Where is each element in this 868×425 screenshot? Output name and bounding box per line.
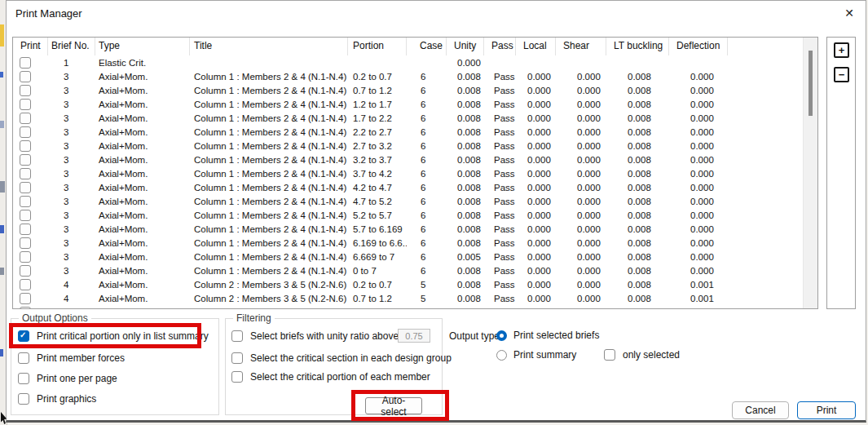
checkbox-print-critical-portion[interactable]: Print critical portion only in list summ… (18, 330, 209, 343)
cell-local: 0.000 (516, 280, 556, 290)
cell-portion: 1.2 to 1.7 (348, 100, 407, 109)
cell-pass: Pass (484, 113, 516, 123)
cell-portion: 0.7 to 1.2 (348, 294, 407, 303)
cell-deflection: 0.001 (669, 280, 728, 290)
checkbox-box[interactable] (231, 330, 243, 342)
cell-unity: 0.008 (447, 197, 484, 206)
radio-button[interactable] (496, 350, 507, 361)
row-print-checkbox[interactable] (20, 279, 31, 290)
cell-title: Column 1 : Members 2 & 4 (N.1-N.4) (190, 155, 348, 165)
background-fragment (0, 268, 4, 275)
cell-lt_buckling: 0.008 (606, 224, 669, 234)
row-print-checkbox[interactable] (20, 85, 31, 96)
column-header-local[interactable]: Local (516, 38, 556, 55)
checkbox-box[interactable] (604, 349, 615, 361)
column-header-case[interactable]: Case (407, 38, 447, 55)
cell-print (13, 126, 48, 138)
checkbox-critical-portion-member[interactable]: Select the critical portion of each memb… (231, 370, 430, 383)
checkbox-box[interactable] (18, 330, 29, 342)
row-print-checkbox[interactable] (20, 154, 31, 166)
close-icon[interactable]: ✕ (840, 5, 858, 21)
checkbox-box[interactable] (18, 352, 29, 364)
column-header-unity[interactable]: Unity (447, 38, 484, 55)
column-header-lt-buckling[interactable]: LT buckling (606, 38, 669, 55)
column-header-print[interactable]: Print (13, 38, 48, 55)
radio-print-summary[interactable]: Print summary (496, 348, 576, 361)
cell-unity: 0.008 (447, 100, 484, 109)
table-row: 3Axial+Mom.Column 1 : Members 2 & 4 (N.1… (13, 69, 804, 83)
cell-local: 0.000 (516, 266, 556, 276)
cell-title: Column 1 : Members 2 & 4 (N.1-N.4) (190, 183, 348, 193)
row-print-checkbox[interactable] (20, 182, 31, 193)
checkbox-only-selected[interactable]: only selected (604, 348, 680, 361)
column-header-shear[interactable]: Shear (556, 38, 606, 55)
row-print-checkbox[interactable] (20, 307, 31, 309)
column-header-title[interactable]: Title (190, 38, 348, 55)
row-print-checkbox[interactable] (20, 113, 31, 124)
cell-case: 6 (407, 72, 447, 82)
print-button[interactable]: Print (797, 401, 856, 419)
checkbox-box[interactable] (18, 393, 29, 405)
cell-brief_no: 3 (48, 100, 95, 109)
cell-local: 0.000 (516, 169, 556, 179)
column-header-portion[interactable]: Portion (348, 38, 407, 55)
cell-local: 0.000 (516, 155, 556, 165)
checkbox-box[interactable] (231, 371, 243, 383)
dialog-titlebar[interactable]: Print Manager ✕ (7, 1, 866, 25)
unity-ratio-input[interactable] (398, 329, 430, 343)
checkbox-box[interactable] (18, 373, 29, 384)
cell-lt_buckling: 0.008 (606, 280, 669, 290)
plus-button[interactable]: + (834, 42, 849, 58)
row-print-checkbox[interactable] (20, 293, 31, 304)
row-print-checkbox[interactable] (20, 71, 31, 82)
checkbox-box[interactable] (231, 352, 243, 364)
row-print-checkbox[interactable] (20, 265, 31, 277)
cell-deflection: 0.000 (669, 86, 728, 95)
minus-button[interactable]: − (834, 67, 849, 82)
row-print-checkbox[interactable] (20, 196, 31, 207)
row-print-checkbox[interactable] (20, 140, 31, 152)
cell-unity: 0.008 (447, 224, 484, 234)
cell-lt_buckling: 0.008 (606, 100, 669, 109)
cell-type: Axial+Mom. (95, 183, 190, 193)
cell-unity: 0.008 (447, 238, 484, 248)
cell-type: Axial+Mom. (95, 224, 190, 234)
row-print-checkbox[interactable] (20, 237, 31, 249)
row-print-checkbox[interactable] (20, 126, 31, 138)
checkbox-print-one-per-page[interactable]: Print one per page (18, 372, 117, 385)
table-row: 3Axial+Mom.Column 1 : Members 2 & 4 (N.1… (13, 180, 804, 194)
column-header-type[interactable]: Type (95, 38, 190, 55)
cell-title: Column 2 : Members 3 & 5 (N.2-N.6) (190, 280, 348, 290)
cell-print (13, 224, 48, 235)
row-print-checkbox[interactable] (20, 57, 31, 69)
cell-local: 0.000 (516, 141, 556, 151)
row-print-checkbox[interactable] (20, 168, 31, 179)
checkbox-label: Select the critical section in each desi… (250, 352, 452, 364)
row-print-checkbox[interactable] (20, 99, 31, 110)
row-print-checkbox[interactable] (20, 224, 31, 235)
auto-select-button[interactable]: Auto-select (365, 397, 422, 414)
scrollbar-thumb[interactable] (809, 51, 813, 116)
row-print-checkbox[interactable] (20, 251, 31, 263)
cell-print (13, 168, 48, 179)
column-header-pass[interactable]: Pass (484, 38, 516, 55)
checkbox-print-graphics[interactable]: Print graphics (18, 392, 96, 405)
checkbox-unity-ratio-filter[interactable]: Select briefs with unity ratio above: (231, 330, 401, 343)
cell-type: Axial+Mom. (95, 252, 190, 262)
cell-deflection: 0.000 (669, 197, 728, 206)
checkbox-print-member-forces[interactable]: Print member forces (18, 352, 125, 365)
expand-collapse-panel: + − (826, 37, 856, 309)
column-header-brief-no-[interactable]: Brief No. (48, 38, 95, 55)
cell-unity: 0.008 (447, 141, 484, 151)
vertical-scrollbar[interactable] (803, 38, 817, 308)
cell-shear: 0.000 (556, 183, 606, 193)
checkbox-critical-section-group[interactable]: Select the critical section in each desi… (231, 352, 452, 365)
cell-print (13, 196, 48, 207)
cell-pass: Pass (484, 252, 516, 262)
cancel-button[interactable]: Cancel (732, 401, 789, 419)
table-row: 3Axial+Mom.Column 1 : Members 2 & 4 (N.1… (13, 83, 804, 97)
column-header-deflection[interactable]: Deflection (669, 38, 728, 55)
radio-button[interactable] (496, 330, 507, 341)
row-print-checkbox[interactable] (20, 210, 31, 221)
radio-print-selected-briefs[interactable]: Print selected briefs (496, 329, 599, 342)
